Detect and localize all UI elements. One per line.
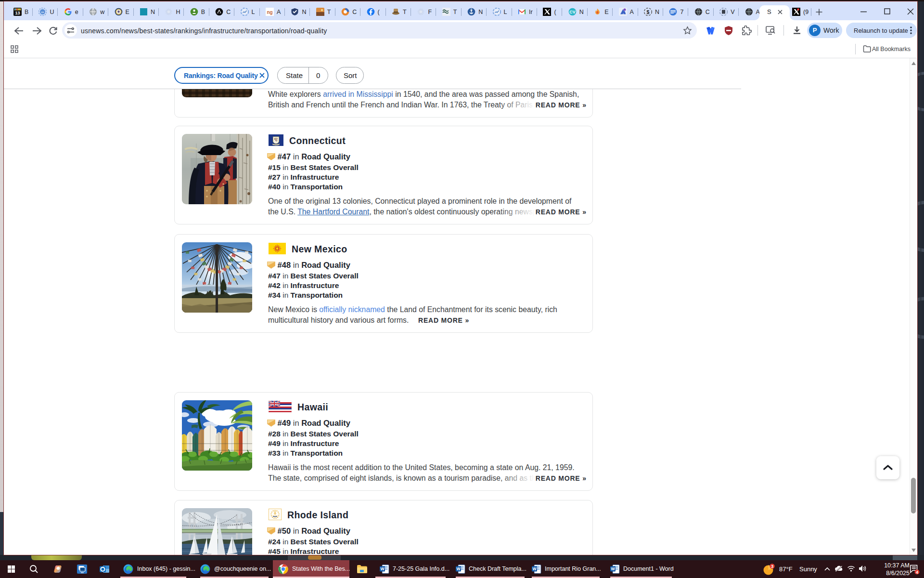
svg-text:W: W — [380, 566, 385, 571]
svg-text:W: W — [532, 566, 537, 571]
svg-text:4: 4 — [916, 570, 918, 575]
svg-text:ng: ng — [267, 10, 272, 15]
svg-text:CV: CV — [569, 10, 576, 14]
svg-text:3: 3 — [771, 564, 773, 569]
svg-text:W: W — [611, 566, 615, 571]
svg-text:W: W — [456, 566, 461, 571]
svg-text:13: 13 — [15, 11, 20, 15]
svg-text:ce: ce — [41, 11, 44, 13]
svg-text:$: $ — [647, 9, 650, 15]
